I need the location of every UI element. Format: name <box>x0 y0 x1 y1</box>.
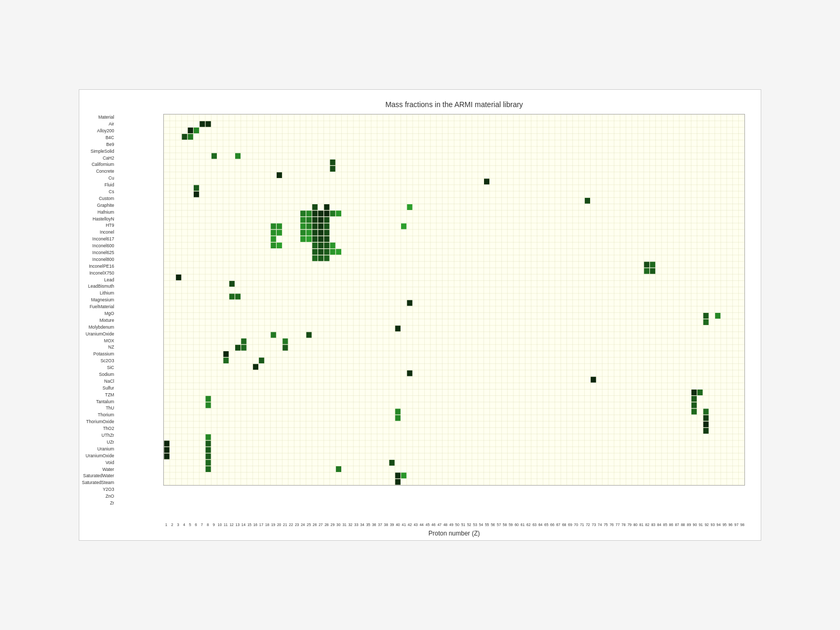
x-label: 10 <box>217 523 223 527</box>
chart-container: Mass fractions in the ARMI material libr… <box>79 89 761 541</box>
y-label: Inconel625 <box>82 250 114 255</box>
x-label: 39 <box>389 523 395 527</box>
x-label: 58 <box>502 523 508 527</box>
x-label: 14 <box>240 523 246 527</box>
x-label: 92 <box>704 523 709 527</box>
x-label: 25 <box>306 523 312 527</box>
y-label: UThZr <box>82 433 114 438</box>
x-label: 66 <box>549 523 555 527</box>
y-label: Inconel800 <box>82 257 114 262</box>
y-label: SiC <box>82 365 114 370</box>
y-label: SimpleSolid <box>82 149 114 154</box>
y-label: Californium <box>82 162 114 167</box>
x-label: 69 <box>567 523 573 527</box>
y-label: NaCl <box>82 379 114 384</box>
y-label: Cs <box>82 190 114 194</box>
y-label: ZnO <box>82 494 114 499</box>
y-label: Mixture <box>82 318 114 323</box>
y-label: Sodium <box>82 372 114 377</box>
x-label: 55 <box>484 523 490 527</box>
y-label: ThU <box>82 406 114 411</box>
y-label: Magnesium <box>82 298 114 302</box>
x-label: 70 <box>573 523 579 527</box>
x-label: 54 <box>478 523 484 527</box>
x-label: 34 <box>359 523 365 527</box>
x-label: 9 <box>211 523 217 527</box>
y-label: Lead <box>82 278 114 282</box>
x-label: 83 <box>650 523 656 527</box>
x-label: 33 <box>353 523 359 527</box>
x-label: 97 <box>733 523 739 527</box>
x-label: 50 <box>454 523 460 527</box>
y-label: Be9 <box>82 142 114 147</box>
x-label: 52 <box>466 523 472 527</box>
y-label: Air <box>82 122 114 127</box>
x-label: 91 <box>698 523 704 527</box>
x-label: 2 <box>169 523 175 527</box>
y-label: SaturatedWater <box>82 474 114 478</box>
x-label: 86 <box>668 523 674 527</box>
x-label: 32 <box>348 523 353 527</box>
y-label: Alloy200 <box>82 129 114 133</box>
y-label: Inconel <box>82 230 114 235</box>
y-label: UraniumOxide <box>82 454 114 458</box>
x-label: 93 <box>710 523 716 527</box>
y-label: Thorium <box>82 413 114 417</box>
y-label: Graphite <box>82 203 114 208</box>
x-label: 75 <box>603 523 608 527</box>
x-label: 20 <box>276 523 282 527</box>
x-label: 29 <box>330 523 335 527</box>
x-label: 42 <box>407 523 413 527</box>
y-label: Molybdenum <box>82 325 114 330</box>
y-label: InconelPE16 <box>82 264 114 269</box>
y-label: Y2O3 <box>82 487 114 492</box>
x-label: 79 <box>626 523 632 527</box>
y-label: B4C <box>82 135 114 140</box>
x-label: 8 <box>205 523 211 527</box>
x-label: 30 <box>335 523 341 527</box>
x-label: 82 <box>644 523 650 527</box>
x-label: 4 <box>181 523 187 527</box>
y-label: Hafnium <box>82 210 114 215</box>
x-axis-title: Proton number (Z) <box>163 530 745 537</box>
x-label: 5 <box>187 523 193 527</box>
x-label: 21 <box>282 523 288 527</box>
x-label: 90 <box>692 523 698 527</box>
y-label: Material <box>82 115 114 120</box>
y-label: Inconel617 <box>82 237 114 242</box>
x-label: 67 <box>555 523 561 527</box>
x-label: 22 <box>288 523 294 527</box>
x-label: 43 <box>413 523 418 527</box>
x-label: 3 <box>175 523 181 527</box>
x-label: 73 <box>591 523 597 527</box>
x-label: 11 <box>223 523 228 527</box>
x-label: 46 <box>430 523 436 527</box>
y-label: Lithium <box>82 291 114 296</box>
x-label: 24 <box>300 523 306 527</box>
x-label: 87 <box>674 523 680 527</box>
y-label: Void <box>82 460 114 465</box>
y-label: MOX <box>82 339 114 343</box>
x-label: 49 <box>448 523 454 527</box>
x-label: 36 <box>371 523 377 527</box>
y-label: ThO2 <box>82 426 114 431</box>
x-label: 23 <box>294 523 300 527</box>
chart-title: Mass fractions in the ARMI material libr… <box>163 100 745 109</box>
y-label: Potassium <box>82 352 114 356</box>
x-label: 53 <box>472 523 478 527</box>
y-label: Sulfur <box>82 386 114 391</box>
chart-area <box>163 114 745 486</box>
y-label: Water <box>82 467 114 472</box>
x-label: 45 <box>425 523 430 527</box>
x-label: 76 <box>608 523 614 527</box>
y-label: HT9 <box>82 223 114 228</box>
x-label: 48 <box>443 523 448 527</box>
y-label: FuelMaterial <box>82 304 114 309</box>
x-axis: 1234567891011121314151617181920212223242… <box>163 523 745 527</box>
y-label: Sc2O3 <box>82 359 114 363</box>
y-label: Inconel600 <box>82 244 114 248</box>
x-label: 6 <box>193 523 199 527</box>
y-label: ThoriumOxide <box>82 419 114 424</box>
x-label: 15 <box>246 523 252 527</box>
x-label: 72 <box>585 523 591 527</box>
